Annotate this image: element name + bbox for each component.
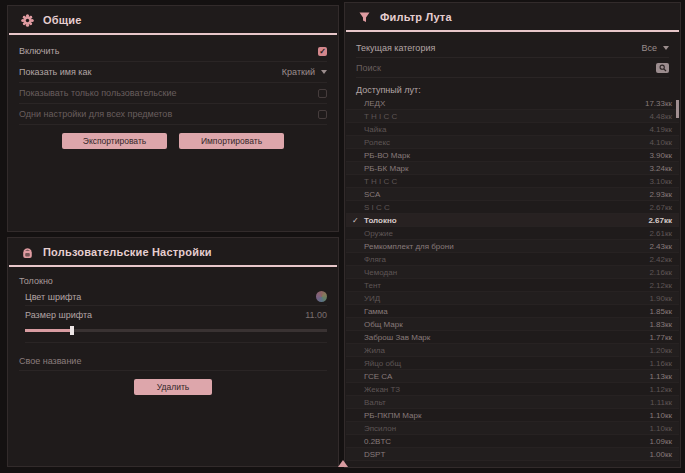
show-name-dropdown[interactable]: Краткий [282, 67, 327, 77]
show-name-value: Краткий [282, 67, 315, 77]
loot-row[interactable]: Фляга2.42кк [346, 253, 679, 266]
loot-item-value: 1.11кк [650, 398, 672, 407]
export-import-row: Экспортировать Импортировать [8, 133, 338, 149]
loot-row[interactable]: Гамма1.85кк [346, 305, 679, 318]
loot-item-name: Общ Марк [364, 320, 649, 329]
user-settings-header: Пользовательские Настройки [8, 238, 338, 264]
loot-item-value: 1.00кк [649, 450, 672, 459]
font-color-row[interactable]: Цвет шрифта [25, 288, 327, 306]
selected-item-name: Толокно [19, 276, 327, 286]
loot-item-name: ЛЕДХ [364, 99, 645, 108]
loot-row[interactable]: РБ-ПКПМ Марк1.10кк [346, 409, 679, 422]
user-settings-title: Пользовательские Настройки [43, 246, 212, 258]
loot-row[interactable]: Жекан ТЗ1.12кк [346, 383, 679, 396]
loot-row[interactable]: УИД1.90кк [346, 292, 679, 305]
loot-row[interactable]: S I C C2.67кк [346, 201, 679, 214]
user-settings-panel: Пользовательские Настройки Толокно Цвет … [7, 237, 339, 467]
import-button[interactable]: Импортировать [179, 133, 284, 149]
delete-button[interactable]: Удалить [134, 379, 212, 395]
only-custom-checkbox[interactable] [318, 89, 327, 98]
loot-row[interactable]: Ролекс4.10кк [346, 136, 679, 149]
loot-row[interactable]: РБ-БК Марк3.24кк [346, 162, 679, 175]
user-settings-underline [9, 265, 337, 267]
loot-item-name: Эпсилон [364, 424, 649, 433]
loot-item-name: Тент [364, 281, 649, 290]
loot-item-value: 3.90кк [649, 151, 672, 160]
selected-check-icon: ✓ [352, 216, 364, 225]
loot-row[interactable]: Ремкомплект для брони2.43кк [346, 240, 679, 253]
loot-item-value: 1.83кк [649, 320, 672, 329]
same-settings-checkbox[interactable] [318, 110, 327, 119]
loot-row[interactable]: Заброш Зав Марк1.77кк [346, 331, 679, 344]
color-wheel-icon[interactable] [316, 291, 327, 302]
category-dropdown[interactable]: Все [641, 43, 669, 53]
export-button[interactable]: Экспортировать [62, 133, 167, 149]
font-color-label: Цвет шрифта [25, 292, 81, 302]
loot-item-name: Заброш Зав Марк [364, 333, 649, 342]
loot-item-value: 2.12кк [649, 281, 672, 290]
delete-row: Удалить [8, 379, 338, 395]
loot-item-name: Ремкомплект для брони [364, 242, 649, 251]
loot-row[interactable]: DSPT1.00кк [346, 448, 679, 461]
loot-row[interactable]: Общ Марк1.83кк [346, 318, 679, 331]
loot-row[interactable]: 0.2BTC1.09кк [346, 435, 679, 448]
loot-item-name: Чайка [364, 125, 649, 134]
loot-item-name: РБ-БК Марк [364, 164, 649, 173]
loot-item-value: 4.19кк [649, 125, 672, 134]
general-panel-title: Общие [43, 14, 82, 26]
loot-row[interactable]: Оружие2.61кк [346, 227, 679, 240]
loot-item-value: 1.85кк [649, 307, 672, 316]
loot-row[interactable]: Жила1.20кк [346, 344, 679, 357]
loot-row[interactable]: ГСЕ СА1.13кк [346, 370, 679, 383]
loot-row[interactable]: РБ-ВО Марк3.90кк [346, 149, 679, 162]
loot-item-value: 1.90кк [649, 294, 672, 303]
available-loot-label: Доступный лут: [356, 85, 669, 95]
loot-row[interactable]: Чайка4.19кк [346, 123, 679, 136]
same-settings-label: Одни настройки для всех предметов [19, 109, 172, 119]
loot-row[interactable]: Т Н I С С4.48кк [346, 110, 679, 123]
loot-row[interactable]: SCA2.93кк [346, 188, 679, 201]
loot-item-name: Жила [364, 346, 649, 355]
loot-item-value: 2.43кк [649, 242, 672, 251]
slider-fill [25, 329, 70, 332]
category-label: Текущая категория [356, 43, 435, 53]
loot-row[interactable]: Вальт1.11кк [346, 396, 679, 409]
search-icon[interactable] [656, 63, 669, 73]
loot-item-value: 3.24кк [649, 164, 672, 173]
loot-row[interactable]: Яйцо общ1.16кк [346, 357, 679, 370]
enable-row: Включить ✓ [19, 41, 327, 62]
loot-row[interactable]: Эпсилон1.10кк [346, 422, 679, 435]
gear-icon [20, 13, 34, 27]
only-custom-row: Показывать только пользовательские [19, 83, 327, 104]
funnel-icon [357, 10, 371, 24]
enable-label: Включить [19, 46, 59, 56]
loot-row[interactable]: ЛЕДХ17.33кк [346, 97, 679, 110]
custom-name-label: Свое название [19, 356, 81, 366]
loot-row[interactable]: Тент2.12кк [346, 279, 679, 292]
loot-item-value: 1.09кк [649, 437, 672, 446]
slider-thumb[interactable] [70, 326, 74, 335]
font-size-value: 11.00 [305, 310, 327, 320]
loot-item-value: 2.67кк [649, 203, 672, 212]
loot-item-name: SCA [364, 190, 649, 199]
enable-checkbox[interactable]: ✓ [318, 47, 327, 56]
loot-list[interactable]: ЛЕДХ17.33ккТ Н I С С4.48ккЧайка4.19ккРол… [346, 97, 679, 466]
loot-filter-title: Фильтр Лута [380, 11, 452, 23]
custom-name-input[interactable]: Свое название [19, 351, 327, 371]
search-row[interactable]: Поиск [356, 58, 669, 78]
loot-row[interactable]: ✓Толокно2.67кк [346, 214, 679, 227]
font-size-slider[interactable] [25, 326, 327, 343]
scrollbar-thumb[interactable] [676, 100, 679, 118]
loot-row[interactable]: Т Н I С С3.10кк [346, 175, 679, 188]
resize-grip-icon[interactable] [338, 460, 348, 467]
loot-item-name: Т Н I С С [364, 177, 649, 186]
loot-item-name: Гамма [364, 307, 649, 316]
loot-item-value: 2.93кк [649, 190, 672, 199]
chevron-down-icon [321, 70, 327, 74]
backpack-icon [20, 245, 34, 259]
loot-row[interactable]: Чемодан2.16кк [346, 266, 679, 279]
loot-filter-underline [346, 30, 679, 32]
loot-item-name: Чемодан [364, 268, 649, 277]
loot-item-name: Вальт [364, 398, 650, 407]
loot-item-name: Толокно [364, 216, 648, 225]
